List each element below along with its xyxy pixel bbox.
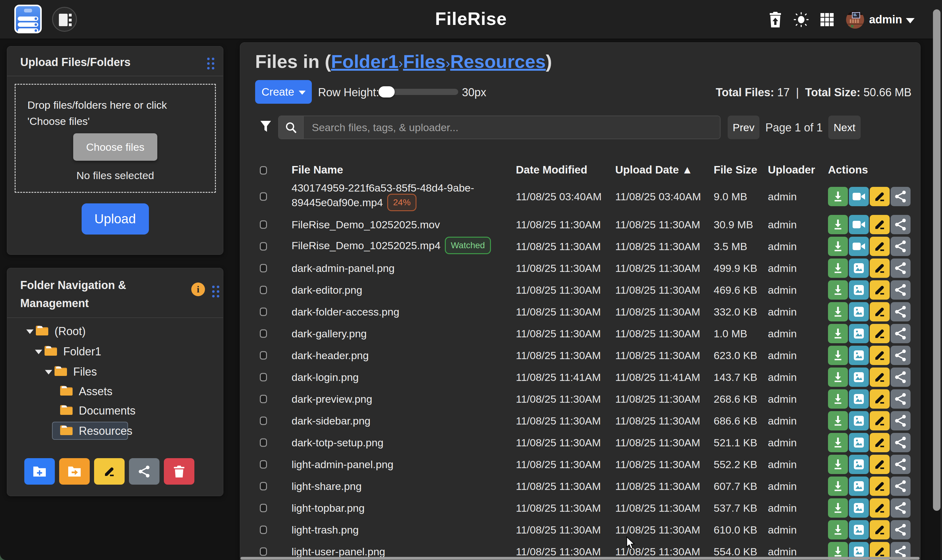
file-name[interactable]: dark-editor.png xyxy=(292,283,362,297)
row-checkbox[interactable] xyxy=(260,264,267,272)
download-button[interactable] xyxy=(828,324,848,343)
row-checkbox[interactable] xyxy=(260,242,267,251)
preview-image-button[interactable] xyxy=(849,520,869,540)
preview-image-button[interactable] xyxy=(849,324,869,343)
download-button[interactable] xyxy=(828,368,848,387)
row-checkbox[interactable] xyxy=(260,526,267,534)
info-icon[interactable]: i xyxy=(191,283,205,296)
search-input[interactable] xyxy=(304,116,720,138)
play-video-button[interactable] xyxy=(849,187,869,206)
download-button[interactable] xyxy=(828,477,848,496)
username-label[interactable]: admin xyxy=(869,13,902,26)
edit-button[interactable] xyxy=(870,215,890,234)
row-checkbox[interactable] xyxy=(260,548,267,556)
share-button[interactable] xyxy=(891,187,911,206)
avatar[interactable] xyxy=(846,11,864,29)
apps-grid-icon[interactable] xyxy=(819,12,835,28)
file-name[interactable]: dark-sidebar.png xyxy=(292,414,370,428)
preview-image-button[interactable] xyxy=(849,368,869,387)
choose-files-button[interactable]: Choose files xyxy=(73,133,157,161)
share-folder-button[interactable] xyxy=(129,458,160,485)
tree-expand-caret[interactable] xyxy=(26,329,33,334)
preview-image-button[interactable] xyxy=(849,455,869,474)
share-button[interactable] xyxy=(891,302,911,322)
edit-button[interactable] xyxy=(870,455,890,474)
edit-button[interactable] xyxy=(870,302,890,322)
share-button[interactable] xyxy=(891,520,911,540)
download-button[interactable] xyxy=(828,215,848,234)
share-button[interactable] xyxy=(891,411,911,431)
edit-button[interactable] xyxy=(870,411,890,431)
row-checkbox[interactable] xyxy=(260,373,267,382)
download-button[interactable] xyxy=(828,280,848,300)
edit-button[interactable] xyxy=(870,258,890,278)
upload-dropzone[interactable]: Drop files/folders here or click 'Choose… xyxy=(15,84,216,193)
edit-button[interactable] xyxy=(870,368,890,387)
folder-tree-item-resources[interactable]: Resources xyxy=(7,422,223,440)
edit-button[interactable] xyxy=(870,346,890,365)
edit-button[interactable] xyxy=(870,237,890,256)
rename-folder-button[interactable] xyxy=(94,458,125,485)
trash-restore-icon[interactable] xyxy=(767,12,783,28)
breadcrumb-folder1[interactable]: Folder1 xyxy=(331,51,399,72)
edit-button[interactable] xyxy=(870,498,890,518)
select-all-checkbox[interactable] xyxy=(260,166,267,175)
slider-thumb[interactable] xyxy=(379,86,395,97)
file-name[interactable]: dark-admin-panel.png xyxy=(292,261,395,275)
folder-tree-item-files[interactable]: Files xyxy=(7,362,223,381)
delete-folder-button[interactable] xyxy=(164,458,194,485)
next-page-button[interactable]: Next xyxy=(828,115,861,139)
file-name[interactable]: light-share.png xyxy=(292,479,362,493)
tree-expand-caret[interactable] xyxy=(35,350,42,354)
drag-handle-icon[interactable] xyxy=(212,286,219,297)
drag-handle-icon[interactable] xyxy=(207,58,214,69)
folder-tree-item-root[interactable]: (Root) xyxy=(7,322,223,340)
edit-button[interactable] xyxy=(870,389,890,409)
share-button[interactable] xyxy=(891,215,911,234)
download-button[interactable] xyxy=(828,389,848,409)
preview-image-button[interactable] xyxy=(849,346,869,365)
row-checkbox[interactable] xyxy=(260,438,267,447)
folder-tree-item-folder1[interactable]: Folder1 xyxy=(7,342,223,361)
preview-image-button[interactable] xyxy=(849,302,869,322)
preview-image-button[interactable] xyxy=(849,280,869,300)
download-button[interactable] xyxy=(828,258,848,278)
row-checkbox[interactable] xyxy=(260,417,267,425)
prev-page-button[interactable]: Prev xyxy=(728,115,759,139)
breadcrumb-files[interactable]: Files xyxy=(403,51,446,72)
share-button[interactable] xyxy=(891,477,911,496)
download-button[interactable] xyxy=(828,455,848,474)
file-name[interactable]: light-user-panel.png xyxy=(292,545,385,558)
column-file-size[interactable]: File Size xyxy=(714,163,757,176)
upload-button[interactable]: Upload xyxy=(82,203,149,234)
breadcrumb-resources[interactable]: Resources xyxy=(450,51,546,72)
column-uploader[interactable]: Uploader xyxy=(768,163,815,176)
move-folder-button[interactable] xyxy=(59,458,90,485)
theme-toggle-icon[interactable] xyxy=(793,12,809,28)
share-button[interactable] xyxy=(891,389,911,409)
play-video-button[interactable] xyxy=(849,215,869,234)
create-folder-button[interactable] xyxy=(24,458,55,485)
file-name[interactable]: dark-gallery.png xyxy=(292,327,366,340)
create-button[interactable]: Create xyxy=(255,80,312,104)
edit-button[interactable] xyxy=(870,520,890,540)
column-actions[interactable]: Actions xyxy=(828,163,868,176)
file-name[interactable]: dark-login.png xyxy=(292,370,359,384)
row-checkbox[interactable] xyxy=(260,220,267,229)
preview-image-button[interactable] xyxy=(849,477,869,496)
download-button[interactable] xyxy=(828,187,848,206)
preview-image-button[interactable] xyxy=(849,411,869,431)
share-button[interactable] xyxy=(891,433,911,452)
tree-expand-caret[interactable] xyxy=(45,370,52,374)
download-button[interactable] xyxy=(828,411,848,431)
preview-image-button[interactable] xyxy=(849,389,869,409)
row-checkbox[interactable] xyxy=(260,286,267,294)
row-checkbox[interactable] xyxy=(260,192,267,201)
row-height-slider[interactable] xyxy=(380,89,458,95)
download-button[interactable] xyxy=(828,433,848,452)
edit-button[interactable] xyxy=(870,280,890,300)
download-button[interactable] xyxy=(828,346,848,365)
row-checkbox[interactable] xyxy=(260,308,267,316)
share-button[interactable] xyxy=(891,258,911,278)
share-button[interactable] xyxy=(891,346,911,365)
